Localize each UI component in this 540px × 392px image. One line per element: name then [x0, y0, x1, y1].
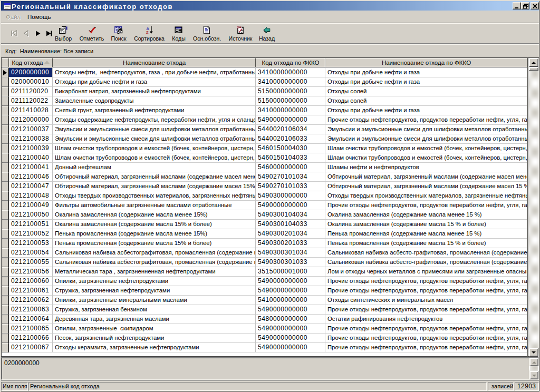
svg-text:Z: Z [146, 30, 149, 34]
